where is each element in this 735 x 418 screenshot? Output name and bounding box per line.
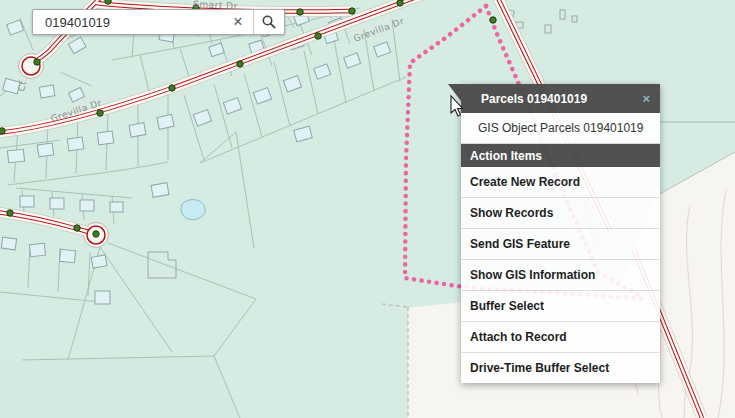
action-item-show-records[interactable]: Show Records (461, 198, 660, 229)
popup-close-button[interactable]: × (642, 92, 650, 105)
action-item-create-new-record[interactable]: Create New Record (461, 167, 660, 198)
action-item-attach-to-record[interactable]: Attach to Record (461, 322, 660, 353)
pond (181, 200, 205, 220)
action-item-drive-time-buffer-select[interactable]: Drive-Time Buffer Select (461, 353, 660, 383)
popup-header: Parcels 019401019 × (461, 84, 660, 113)
gis-object-label: GIS Object Parcels 019401019 (478, 121, 643, 135)
action-item-buffer-select[interactable]: Buffer Select (461, 291, 660, 322)
action-items-header: Action Items (461, 144, 660, 167)
clear-search-button[interactable]: × (223, 10, 253, 34)
popup-callout-arrow (448, 84, 461, 101)
close-icon: × (642, 91, 650, 106)
gis-object-link[interactable]: GIS Object Parcels 019401019 (461, 113, 660, 144)
search-icon (261, 14, 277, 30)
action-item-show-gis-information[interactable]: Show GIS Information (461, 260, 660, 291)
gis-map-app: Grevilla Dr Grevilla Dr Smart Dr Ct Peta… (0, 0, 735, 418)
search-input[interactable] (33, 10, 223, 34)
action-item-send-gis-feature[interactable]: Send GIS Feature (461, 229, 660, 260)
clear-icon: × (233, 14, 242, 30)
parcel-popup: Parcels 019401019 × GIS Object Parcels 0… (461, 84, 660, 383)
search-bar[interactable]: × (32, 9, 285, 35)
search-button[interactable] (254, 10, 284, 34)
action-items-title: Action Items (470, 149, 542, 163)
popup-title: Parcels 019401019 (481, 92, 587, 106)
